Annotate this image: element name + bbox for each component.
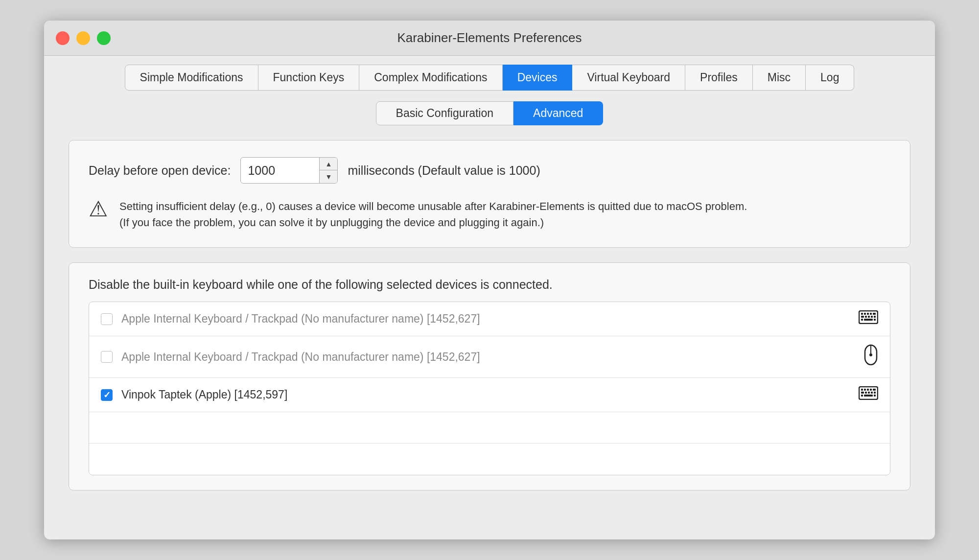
svg-rect-2 xyxy=(864,313,866,315)
delay-stepper: ▲ ▼ xyxy=(319,158,337,183)
svg-rect-7 xyxy=(865,316,867,318)
tab-virtual-keyboard[interactable]: Virtual Keyboard xyxy=(572,65,685,91)
device-checkbox-2[interactable] xyxy=(101,351,113,363)
svg-rect-23 xyxy=(865,392,867,394)
device-left-2: Apple Internal Keyboard / Trackpad (No m… xyxy=(101,350,480,364)
delay-input[interactable] xyxy=(241,160,319,182)
svg-rect-5 xyxy=(873,313,876,315)
delay-card: Delay before open device: ▲ ▼ millisecon… xyxy=(69,140,910,248)
devices-card: Disable the built-in keyboard while one … xyxy=(69,262,910,490)
device-left-1: Apple Internal Keyboard / Trackpad (No m… xyxy=(101,312,480,326)
device-left-3: Vinpok Taptek (Apple) [1452,597] xyxy=(101,388,287,401)
device-checkbox-1[interactable] xyxy=(101,313,113,325)
tab-function-keys[interactable]: Function Keys xyxy=(258,65,360,91)
stepper-up-button[interactable]: ▲ xyxy=(320,158,337,170)
tab-simple-modifications[interactable]: Simple Modifications xyxy=(125,65,258,91)
svg-rect-17 xyxy=(861,389,863,391)
device-item-3: Vinpok Taptek (Apple) [1452,597] xyxy=(89,378,890,412)
delay-input-wrap: ▲ ▼ xyxy=(240,157,338,184)
tab-bar: Simple Modifications Function Keys Compl… xyxy=(44,56,935,91)
svg-rect-26 xyxy=(874,392,876,394)
svg-rect-19 xyxy=(867,389,869,391)
device-list: Apple Internal Keyboard / Trackpad (No m… xyxy=(89,302,890,475)
svg-rect-3 xyxy=(867,313,869,315)
stepper-down-button[interactable]: ▼ xyxy=(320,170,337,183)
device-name-2: Apple Internal Keyboard / Trackpad (No m… xyxy=(121,350,480,364)
devices-section-title: Disable the built-in keyboard while one … xyxy=(89,278,890,292)
tab-log[interactable]: Log xyxy=(806,65,854,91)
tab-devices[interactable]: Devices xyxy=(503,65,573,91)
svg-rect-22 xyxy=(861,392,864,394)
warning-icon: ⚠ xyxy=(89,196,108,221)
device-item-1: Apple Internal Keyboard / Trackpad (No m… xyxy=(89,302,890,336)
delay-row: Delay before open device: ▲ ▼ millisecon… xyxy=(89,157,890,184)
svg-rect-27 xyxy=(861,395,863,397)
subtab-advanced[interactable]: Advanced xyxy=(513,101,603,125)
svg-rect-29 xyxy=(874,395,876,397)
svg-rect-6 xyxy=(861,316,864,318)
main-window: Karabiner-Elements Preferences Simple Mo… xyxy=(44,21,935,539)
device-item-2: Apple Internal Keyboard / Trackpad (No m… xyxy=(89,336,890,378)
svg-rect-10 xyxy=(874,316,876,318)
window-title: Karabiner-Elements Preferences xyxy=(397,30,582,46)
content-area: Delay before open device: ▲ ▼ millisecon… xyxy=(44,125,935,539)
svg-rect-20 xyxy=(870,389,872,391)
svg-rect-24 xyxy=(868,392,870,394)
subtab-basic-configuration[interactable]: Basic Configuration xyxy=(376,101,513,125)
device-name-3: Vinpok Taptek (Apple) [1452,597] xyxy=(121,388,287,401)
device-name-1: Apple Internal Keyboard / Trackpad (No m… xyxy=(121,312,480,326)
svg-rect-28 xyxy=(864,395,873,397)
device-checkbox-3[interactable] xyxy=(101,389,113,401)
maximize-button[interactable] xyxy=(97,31,111,45)
warning-line1: Setting insufficient delay (e.g., 0) cau… xyxy=(119,200,747,212)
minimize-button[interactable] xyxy=(76,31,90,45)
tab-misc[interactable]: Misc xyxy=(753,65,806,91)
delay-unit: milliseconds (Default value is 1000) xyxy=(348,163,540,178)
title-bar: Karabiner-Elements Preferences xyxy=(44,21,935,56)
device-item-empty-1 xyxy=(89,412,890,443)
device-item-empty-2 xyxy=(89,443,890,475)
delay-label: Delay before open device: xyxy=(89,163,231,178)
svg-rect-11 xyxy=(861,319,863,321)
tab-profiles[interactable]: Profiles xyxy=(685,65,753,91)
svg-rect-18 xyxy=(864,389,866,391)
sub-tab-bar: Basic Configuration Advanced xyxy=(44,91,935,125)
svg-rect-9 xyxy=(871,316,873,318)
svg-point-15 xyxy=(869,353,872,356)
close-button[interactable] xyxy=(56,31,70,45)
device-keyboard-icon-3 xyxy=(859,386,878,404)
warning-row: ⚠ Setting insufficient delay (e.g., 0) c… xyxy=(89,198,890,231)
device-keyboard-icon-1 xyxy=(859,310,878,328)
svg-rect-13 xyxy=(874,319,876,321)
svg-rect-12 xyxy=(864,319,873,321)
svg-rect-1 xyxy=(861,313,863,315)
warning-line2: (If you face the problem, you can solve … xyxy=(119,216,544,229)
svg-rect-25 xyxy=(871,392,873,394)
svg-rect-21 xyxy=(873,389,876,391)
window-controls xyxy=(56,31,111,45)
svg-rect-4 xyxy=(870,313,872,315)
device-mouse-icon-2 xyxy=(863,344,878,370)
warning-text: Setting insufficient delay (e.g., 0) cau… xyxy=(119,198,747,231)
svg-rect-8 xyxy=(868,316,870,318)
tab-complex-modifications[interactable]: Complex Modifications xyxy=(359,65,502,91)
